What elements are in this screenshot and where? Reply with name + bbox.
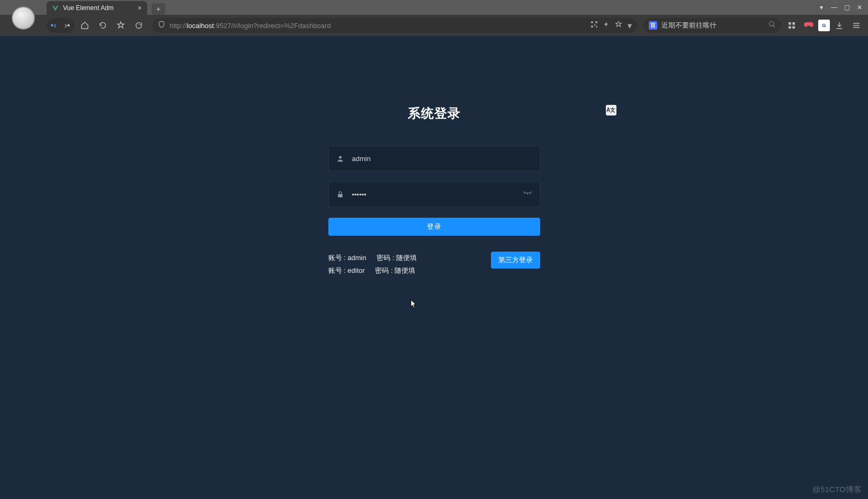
close-icon[interactable]: × <box>138 4 142 12</box>
svg-rect-4 <box>596 26 597 28</box>
password-value: •••••• <box>352 191 366 199</box>
svg-rect-0 <box>591 21 593 23</box>
svg-rect-2 <box>591 25 593 28</box>
extension-g-icon[interactable]: G <box>818 20 830 31</box>
svg-point-5 <box>769 22 774 26</box>
password-field[interactable]: •••••• <box>328 182 540 207</box>
apps-icon[interactable] <box>784 18 799 33</box>
flash-icon[interactable] <box>603 21 610 30</box>
login-container: 系统登录 A文 admin •••••• 登录 账号 : admin 密码 : … <box>328 36 540 277</box>
addrbar-actions: ▾ <box>590 21 632 31</box>
close-button[interactable]: ✕ <box>855 4 864 11</box>
profile-avatar[interactable] <box>12 6 35 30</box>
new-tab-button[interactable]: + <box>151 3 165 15</box>
favorite-button[interactable] <box>113 18 128 33</box>
svg-point-11 <box>339 156 342 158</box>
star-icon[interactable] <box>615 21 622 30</box>
tip-line: 账号 : admin 密码 : 随便填 <box>328 252 426 264</box>
dropdown-icon[interactable]: ▾ <box>817 4 826 11</box>
svg-rect-12 <box>338 194 343 197</box>
page-content: 系统登录 A文 admin •••••• 登录 账号 : admin 密码 : … <box>0 36 868 499</box>
credential-tips: 账号 : admin 密码 : 随便填 账号 : editor 密码 : 随便填 <box>328 252 426 277</box>
shield-icon <box>158 21 165 30</box>
extensions: G <box>784 18 864 33</box>
svg-text:G: G <box>822 23 826 28</box>
tip-password: 密码 : 随便填 <box>377 254 417 262</box>
mouse-cursor <box>410 299 417 309</box>
menu-icon[interactable] <box>849 18 864 33</box>
language-toggle[interactable]: A文 <box>606 105 616 115</box>
window-titlebar: Vue Element Adm × + ▾ — ▢ ✕ <box>0 0 868 15</box>
username-value: admin <box>352 155 371 163</box>
lock-icon <box>336 191 347 199</box>
back-button[interactable]: •‹ <box>47 18 60 33</box>
minimize-button[interactable]: — <box>830 4 838 11</box>
browser-toolbar: •‹ ›• http://localhost:9527/#/login?redi… <box>0 15 868 36</box>
browser-tab[interactable]: Vue Element Adm × <box>47 1 147 15</box>
tab-strip: Vue Element Adm × + <box>47 0 165 15</box>
tip-password: 密码 : 随便填 <box>375 266 415 274</box>
url-proto: http:// <box>169 22 187 30</box>
download-icon[interactable] <box>832 18 847 33</box>
svg-rect-1 <box>595 21 597 23</box>
eye-closed-icon[interactable] <box>523 190 532 199</box>
search-engine-icon: 百 <box>649 21 657 30</box>
vue-icon <box>52 5 59 12</box>
window-controls: ▾ — ▢ ✕ <box>817 4 868 11</box>
address-bar[interactable]: http://localhost:9527/#/login?redirect=%… <box>153 18 637 33</box>
search-text: 近期不要前往喀什 <box>661 21 764 30</box>
url-host: localhost <box>187 22 214 30</box>
tip-account: 账号 : editor <box>328 266 365 274</box>
url-path: :9527/#/login?redirect=%2Fdashboard <box>214 22 331 30</box>
login-button[interactable]: 登录 <box>328 218 540 236</box>
svg-rect-9 <box>792 26 795 29</box>
svg-rect-3 <box>594 24 595 25</box>
maximize-button[interactable]: ▢ <box>843 4 851 11</box>
svg-rect-6 <box>789 22 791 25</box>
qr-icon[interactable] <box>590 21 598 30</box>
forward-button[interactable]: ›• <box>60 18 74 33</box>
login-title: 系统登录 <box>328 105 540 122</box>
reload-button[interactable] <box>95 18 110 33</box>
refresh-button[interactable] <box>131 18 146 33</box>
search-icon[interactable] <box>768 21 776 30</box>
nav-pair: •‹ ›• <box>47 18 74 33</box>
tips-row: 账号 : admin 密码 : 随便填 账号 : editor 密码 : 随便填… <box>328 252 540 277</box>
chevron-down-icon[interactable]: ▾ <box>628 21 632 31</box>
user-icon <box>336 155 347 163</box>
svg-rect-8 <box>789 26 791 29</box>
gamepad-icon[interactable] <box>801 18 816 33</box>
search-bar[interactable]: 百 近期不要前往喀什 <box>643 18 781 33</box>
url-text: http://localhost:9527/#/login?redirect=%… <box>169 22 586 30</box>
home-button[interactable] <box>77 18 92 33</box>
tip-line: 账号 : editor 密码 : 随便填 <box>328 264 426 277</box>
svg-rect-7 <box>792 22 795 25</box>
username-field[interactable]: admin <box>328 146 540 171</box>
third-party-login-button[interactable]: 第三方登录 <box>491 252 540 269</box>
tip-account: 账号 : admin <box>328 254 366 262</box>
login-form: admin •••••• 登录 <box>328 146 540 236</box>
watermark: @51CTO博客 <box>812 485 862 495</box>
tab-title: Vue Element Adm <box>63 4 114 12</box>
